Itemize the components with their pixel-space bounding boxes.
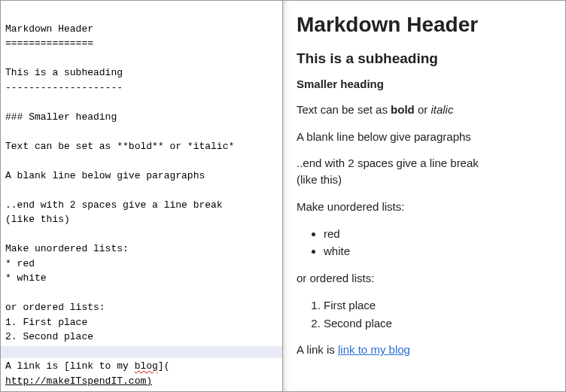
rendered-h2: This is a subheading [297,48,552,69]
src-para2a: ..end with 2 spaces give a line break [5,199,223,211]
rendered-ul: red white [324,226,552,260]
rendered-ol: First place Second place [324,297,552,332]
src-ul-intro: Make unordered lists: [5,243,129,254]
src-link-url: http://makeITspendIT.com) [5,375,152,387]
src-style-line: Text can be set as **bold** or *italic* [5,141,234,152]
spellcheck-squiggle: blog [135,360,158,372]
rendered-style-line: Text can be set as bold or italic [297,102,552,118]
bold-text: bold [391,103,415,116]
src-ol2: 2. Second place [5,331,93,342]
src-h2: This is a subheading [5,67,123,78]
src-ul1: * red [5,258,35,269]
rendered-h3: Smaller heading [297,76,552,93]
src-para1: A blank line below give paragraphs [5,170,205,181]
list-item: Second place [324,315,552,332]
src-ol-intro: or ordered lists: [5,302,105,313]
markdown-source-pane[interactable]: Markdown Header =============== This is … [1,1,283,391]
markdown-preview-pane: Markdown Header This is a subheading Sma… [283,1,565,391]
src-link-line: A link is [link to my blog]( [5,360,169,372]
rendered-ul-intro: Make unordered lists: [297,199,552,215]
rendered-ol-intro: or ordered lists: [297,270,552,287]
source-text[interactable]: Markdown Header =============== This is … [5,22,278,389]
list-item: white [324,243,552,260]
rendered-link[interactable]: link to my blog [338,343,410,356]
rendered-h1: Markdown Header [297,10,552,41]
list-item: First place [324,297,552,314]
cursor-line-highlight [1,346,282,358]
rendered-link-line: A link is link to my blog [297,342,552,358]
src-h3: ### Smaller heading [5,111,117,123]
src-h1: Markdown Header [5,23,93,35]
rendered-para1: A blank line below give paragraphs [297,129,552,145]
src-ol1: 1. First place [5,317,87,328]
list-item: red [324,226,552,242]
src-h2-underline: -------------------- [5,82,123,93]
italic-text: italic [431,103,453,116]
rendered-para2: ..end with 2 spaces give a line break (l… [297,155,552,188]
src-para2b: (like this) [5,214,70,225]
src-ul2: * white [5,272,47,284]
src-h1-underline: =============== [5,38,93,49]
